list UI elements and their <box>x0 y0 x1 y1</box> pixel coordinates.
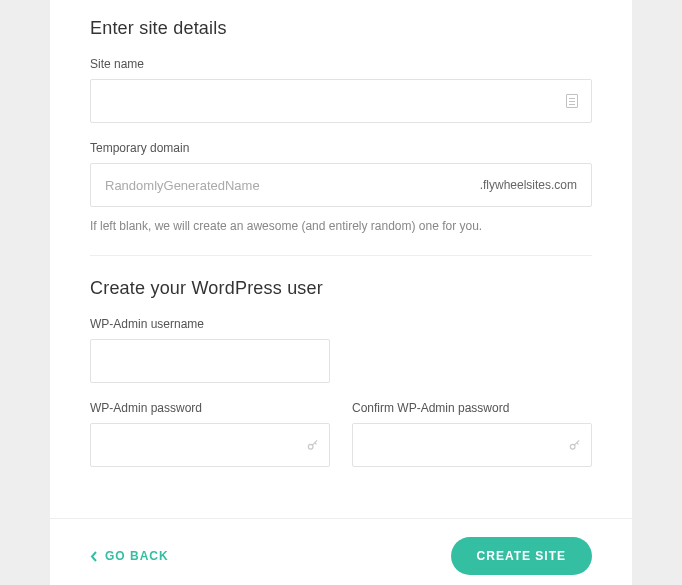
wp-confirm-input-wrap <box>352 423 592 467</box>
create-site-button[interactable]: CREATE SITE <box>451 537 592 575</box>
wp-confirm-field: Confirm WP-Admin password <box>352 401 592 467</box>
temp-domain-row: .flywheelsites.com <box>90 163 592 207</box>
form-footer: GO BACK CREATE SITE <box>50 518 632 585</box>
site-name-input[interactable] <box>90 79 592 123</box>
site-name-label: Site name <box>90 57 592 71</box>
form-card: Enter site details Site name Temporary d… <box>50 0 632 585</box>
section-divider <box>90 255 592 256</box>
key-icon[interactable] <box>306 438 320 452</box>
wp-confirm-input[interactable] <box>352 423 592 467</box>
key-icon[interactable] <box>568 438 582 452</box>
site-details-title: Enter site details <box>90 18 592 39</box>
temp-domain-field: Temporary domain .flywheelsites.com If l… <box>90 141 592 233</box>
temp-domain-label: Temporary domain <box>90 141 592 155</box>
temp-domain-input[interactable] <box>91 164 480 206</box>
wp-username-field: WP-Admin username <box>90 317 330 383</box>
go-back-button[interactable]: GO BACK <box>90 549 169 563</box>
temp-domain-suffix: .flywheelsites.com <box>480 178 577 192</box>
wp-username-input[interactable] <box>90 339 330 383</box>
go-back-label: GO BACK <box>105 549 169 563</box>
wp-confirm-label: Confirm WP-Admin password <box>352 401 592 415</box>
password-row: WP-Admin password Confirm WP-Admin passw… <box>90 401 592 485</box>
wp-password-field: WP-Admin password <box>90 401 330 467</box>
chevron-left-icon <box>90 551 97 562</box>
wp-password-input-wrap <box>90 423 330 467</box>
wp-user-title: Create your WordPress user <box>90 278 592 299</box>
form-content: Enter site details Site name Temporary d… <box>50 0 632 485</box>
wp-password-input[interactable] <box>90 423 330 467</box>
temp-domain-hint: If left blank, we will create an awesome… <box>90 219 592 233</box>
autofill-contact-icon[interactable] <box>566 94 578 108</box>
site-name-field: Site name <box>90 57 592 123</box>
site-name-input-wrap <box>90 79 592 123</box>
wp-username-label: WP-Admin username <box>90 317 330 331</box>
wp-password-label: WP-Admin password <box>90 401 330 415</box>
